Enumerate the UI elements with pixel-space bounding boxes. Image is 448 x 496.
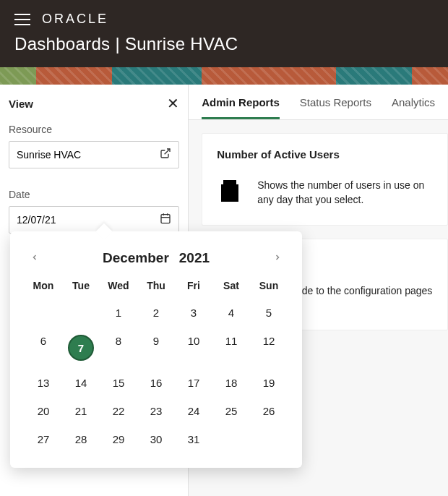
document-icon [217,178,243,204]
calendar-day[interactable]: 28 [62,425,100,453]
oracle-logo: ORACLE [42,12,108,27]
calendar-day[interactable]: 27 [25,425,62,453]
decorative-banner [0,67,448,85]
breadcrumb: Dashboards | Sunrise HVAC [14,34,434,54]
calendar-grid: MonTueWedThuFriSatSun1234567891011121314… [25,275,288,453]
calendar-day[interactable]: 1 [100,299,137,327]
close-icon[interactable]: ✕ [167,95,179,112]
calendar-day[interactable]: 11 [212,327,250,369]
calendar-day[interactable]: 22 [100,397,137,425]
tab-status-reports[interactable]: Status Reports [300,96,371,119]
calendar-day[interactable]: 25 [212,397,250,425]
calendar-day[interactable]: 18 [212,369,250,397]
calendar-day[interactable]: 29 [100,425,137,453]
date-input-group[interactable] [9,206,179,234]
calendar-day[interactable]: 6 [25,327,62,369]
calendar-icon[interactable] [160,213,171,227]
svg-line-0 [165,149,170,154]
view-panel-title: View [9,98,33,110]
calendar-day[interactable]: 8 [100,327,137,369]
calendar-day[interactable]: 20 [25,397,62,425]
calendar-weekday: Mon [25,275,62,299]
report-tabs: Admin Reports Status Reports Analytics [189,85,448,120]
calendar-day[interactable]: 17 [175,369,212,397]
calendar-weekday: Wed [100,275,137,299]
calendar-day[interactable]: 12 [250,327,288,369]
calendar-day[interactable]: 9 [137,327,175,369]
date-picker-popover: December 2021 MonTueWedThuFriSatSun12345… [10,231,302,468]
svg-rect-1 [161,215,170,223]
calendar-day[interactable]: 10 [175,327,212,369]
active-users-card[interactable]: Number of Active Users Shows the number … [202,133,448,226]
date-input[interactable] [17,214,160,226]
calendar-year: 2021 [179,250,210,266]
calendar-day[interactable]: 7 [62,327,100,369]
calendar-day[interactable]: 23 [137,397,175,425]
resource-input-group[interactable] [9,141,179,168]
calendar-weekday: Sat [212,275,250,299]
calendar-month: December [103,250,169,266]
calendar-day[interactable]: 19 [250,369,288,397]
calendar-day[interactable]: 24 [175,397,212,425]
active-users-description: Shows the number of users in use on any … [257,178,433,208]
tab-admin-reports[interactable]: Admin Reports [202,96,280,119]
next-month-button[interactable] [267,247,288,268]
calendar-weekday: Fri [175,275,212,299]
menu-icon[interactable] [14,14,30,25]
prev-month-button[interactable] [25,247,45,268]
calendar-day[interactable]: 16 [137,369,175,397]
open-external-icon[interactable] [160,147,171,162]
calendar-day[interactable]: 5 [250,299,288,327]
top-bar: ORACLE Dashboards | Sunrise HVAC [0,0,448,67]
resource-input[interactable] [17,149,160,161]
calendar-day[interactable]: 2 [137,299,175,327]
calendar-day[interactable]: 4 [212,299,250,327]
calendar-day[interactable]: 13 [25,369,62,397]
calendar-day[interactable]: 21 [62,397,100,425]
resource-label: Resource [9,124,179,135]
calendar-weekday: Tue [62,275,100,299]
calendar-day[interactable]: 30 [137,425,175,453]
active-users-title: Number of Active Users [217,148,433,161]
calendar-weekday: Sun [250,275,288,299]
calendar-day[interactable]: 3 [175,299,212,327]
calendar-day[interactable]: 31 [175,425,212,453]
tab-analytics[interactable]: Analytics [392,96,435,119]
calendar-day[interactable]: 15 [100,369,137,397]
calendar-day[interactable]: 14 [62,369,100,397]
calendar-weekday: Thu [137,275,175,299]
calendar-day[interactable]: 26 [250,397,288,425]
date-label: Date [9,189,179,200]
